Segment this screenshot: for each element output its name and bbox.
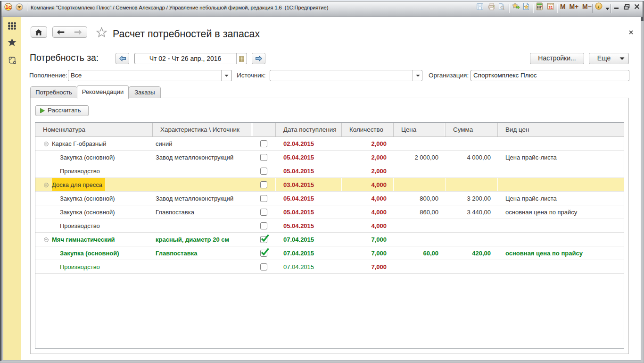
- svg-text:31: 31: [548, 5, 553, 10]
- svg-text:i: i: [598, 4, 600, 9]
- svg-text:1c: 1c: [6, 4, 11, 10]
